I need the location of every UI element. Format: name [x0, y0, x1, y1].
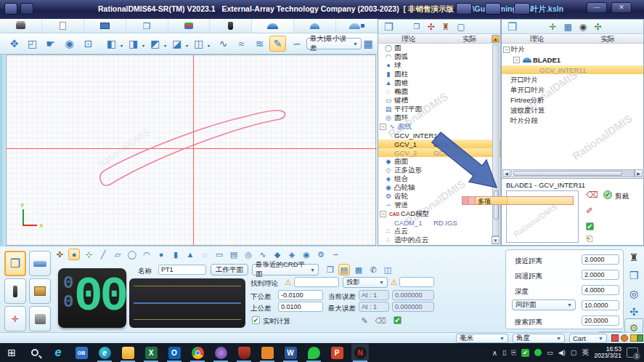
- tray-keyboard-icon[interactable]: ▭: [547, 349, 553, 356]
- tree-item-circle[interactable]: ◯圆: [378, 44, 500, 52]
- tree-item-gcv1[interactable]: GCV_1GCV_1: [378, 140, 500, 148]
- probe-mode-button[interactable]: ❒: [4, 251, 26, 276]
- tray-wechat-icon[interactable]: [534, 349, 542, 356]
- taskbar-powerpoint[interactable]: P: [328, 344, 346, 361]
- connect-icon[interactable]: [456, 3, 472, 15]
- app-icon[interactable]: [4, 3, 17, 15]
- tray-device-icon[interactable]: ⎘: [511, 349, 516, 357]
- depth-input[interactable]: [582, 285, 619, 295]
- edit-icon[interactable]: ✎: [359, 315, 370, 326]
- tree-item-gcv-inter1[interactable]: GCV_INTER1: [378, 131, 500, 140]
- pplanes-feature-icon[interactable]: ▤: [228, 249, 240, 260]
- taskbar-excel[interactable]: X: [142, 344, 160, 361]
- deviation-tool-icon[interactable]: ≈: [233, 36, 250, 52]
- hscroll-left-button[interactable]: ◀: [502, 169, 510, 177]
- tree-item-gcv-inter11[interactable]: GCV_INTER11: [502, 65, 643, 74]
- view-iso-icon[interactable]: ◪: [168, 36, 185, 52]
- cylinder-feature-icon[interactable]: ▮: [170, 249, 182, 260]
- spacing-dropdown[interactable]: 间距面▼: [512, 299, 576, 310]
- taskbar-chrome[interactable]: [189, 344, 206, 361]
- col-theory[interactable]: 理论: [378, 34, 439, 43]
- tree-item-firtree[interactable]: Firtree分析: [502, 96, 643, 105]
- tray-volume-icon[interactable]: ◀): [558, 349, 566, 356]
- point-feature-icon[interactable]: ●: [68, 249, 80, 260]
- status-tool-icon[interactable]: [630, 334, 637, 342]
- layout-icon[interactable]: [485, 3, 501, 15]
- status-axes-icon[interactable]: [611, 334, 619, 342]
- tab-report[interactable]: [336, 19, 378, 33]
- workplane-button[interactable]: 工作平面: [211, 264, 248, 275]
- sphere-feature-icon[interactable]: ●: [155, 249, 167, 260]
- tree-item-single-open-blade[interactable]: 单开口叶片: [502, 86, 643, 94]
- graphics-viewport[interactable]: RationalDMIS Y X: [6, 55, 376, 246]
- profile-tool-icon[interactable]: ∿: [215, 36, 232, 52]
- tree-item-blade-root[interactable]: −叶片: [502, 45, 643, 54]
- taskbar-edge[interactable]: e: [96, 344, 113, 361]
- tree-item-arc[interactable]: ◠圆弧: [378, 52, 500, 61]
- curve-eval-icon[interactable]: ∽: [288, 36, 305, 52]
- tray-security-check-icon[interactable]: ✔: [521, 349, 529, 357]
- eraser-small-icon[interactable]: ⌫: [375, 315, 386, 326]
- collapse-icon[interactable]: −: [380, 211, 386, 217]
- annotate-pen-icon[interactable]: ✎: [269, 36, 286, 52]
- tree-item-blade1[interactable]: −BLADE1: [502, 55, 643, 64]
- col-theory[interactable]: 理论: [502, 34, 573, 43]
- taskbar-security-app[interactable]: [235, 344, 253, 361]
- hscroll-right-button[interactable]: ▶: [635, 169, 643, 177]
- exit-door-icon[interactable]: ⎗: [586, 234, 593, 243]
- taskbar-planet-app[interactable]: [212, 344, 229, 361]
- tree-item-pointcloud[interactable]: ∴点云: [378, 227, 500, 236]
- scroll-down-button[interactable]: ▼: [492, 236, 500, 244]
- tree-item-ellipse[interactable]: ◌椭圆: [378, 87, 500, 96]
- apply-check-icon[interactable]: ✔: [394, 316, 402, 324]
- crate-button[interactable]: [29, 278, 51, 304]
- surface-feature-icon[interactable]: ◆: [272, 249, 283, 260]
- vertical-scrollbar[interactable]: [492, 44, 500, 236]
- tree-item-parallel-planes[interactable]: ▤平行平面: [378, 105, 500, 113]
- pan-view-icon[interactable]: ✥: [6, 36, 23, 52]
- taskbar-doc-finder[interactable]: [258, 344, 276, 361]
- taskbar-ie[interactable]: e: [49, 344, 67, 361]
- gear-feature-icon[interactable]: ⚙: [315, 249, 327, 260]
- tree-item-cad-group[interactable]: −CADCAD模型: [378, 209, 500, 218]
- view-front-caret[interactable]: ▾: [121, 43, 123, 48]
- status-ok-icon[interactable]: [637, 334, 643, 342]
- screen-icon[interactable]: ▢: [457, 23, 465, 31]
- tree-item-curve-group[interactable]: −∿曲线: [378, 122, 500, 131]
- realtime-checkbox[interactable]: ✔: [252, 316, 260, 324]
- projection-value-input[interactable]: [399, 277, 434, 287]
- plane-feature-icon[interactable]: ▱: [112, 249, 123, 260]
- tree-item-combine[interactable]: ◈组合: [378, 174, 500, 183]
- arc-feature-icon[interactable]: ◠: [141, 249, 152, 260]
- xyz-axes-icon[interactable]: ✛: [549, 23, 556, 31]
- axis-feature-icon[interactable]: ⊹: [83, 249, 94, 260]
- tray-battery-icon[interactable]: ▯: [502, 349, 506, 356]
- tab-print[interactable]: [0, 19, 42, 33]
- view-side-caret[interactable]: ▾: [164, 43, 166, 48]
- angle-dropdown[interactable]: 角度▼: [513, 334, 565, 343]
- name-input[interactable]: [158, 265, 206, 275]
- view-rotate-icon[interactable]: ◫: [190, 36, 207, 52]
- tree-item-blade-segment[interactable]: 叶片分段: [502, 116, 643, 125]
- hand-drag-icon[interactable]: ☛: [42, 36, 59, 52]
- solids-tab-icon[interactable]: ❒: [384, 23, 394, 31]
- view-rotate-caret[interactable]: ▾: [208, 43, 210, 48]
- search-button[interactable]: [26, 344, 44, 361]
- ime-indicator[interactable]: 英: [582, 347, 589, 358]
- tree-item-cadm1[interactable]: CADM_1RD.IGS: [378, 218, 500, 227]
- coord-dropdown[interactable]: Cart▼: [569, 334, 607, 343]
- taskbar-wechat[interactable]: [305, 344, 322, 361]
- tree-item-torus[interactable]: ◎圆环: [378, 113, 500, 122]
- hscrollbar-thumb[interactable]: [513, 171, 622, 176]
- grid-badge-icon[interactable]: ▦: [362, 36, 375, 52]
- combine-feature-icon[interactable]: ◈: [286, 249, 298, 260]
- probe-green-icon[interactable]: ✣: [594, 23, 601, 31]
- taskbar-gb-app[interactable]: GB: [73, 344, 90, 361]
- pick-probe-icon[interactable]: ✜: [54, 249, 65, 260]
- taskbar-outlook[interactable]: O: [166, 344, 183, 361]
- find-theory-input[interactable]: [294, 277, 339, 287]
- probe-call-icon[interactable]: ✆: [367, 264, 379, 275]
- retract-input[interactable]: [582, 270, 619, 280]
- tab-table[interactable]: [84, 19, 126, 33]
- tree-item-open-blade[interactable]: 开口叶片: [502, 76, 643, 84]
